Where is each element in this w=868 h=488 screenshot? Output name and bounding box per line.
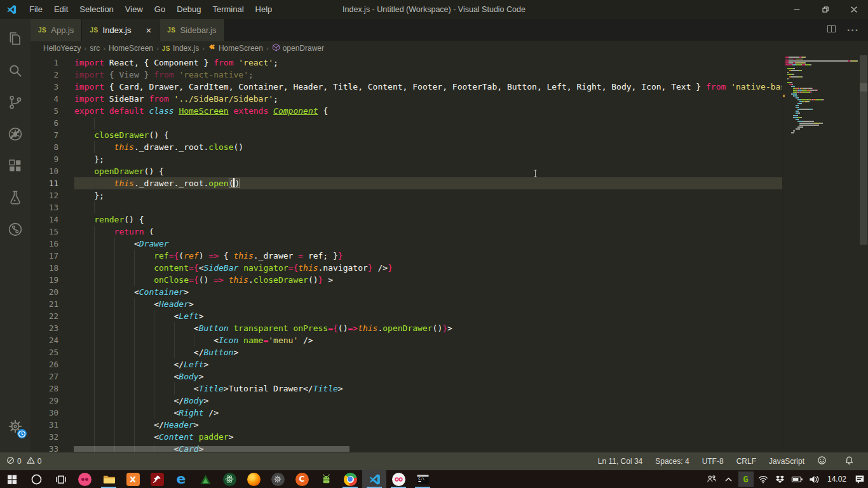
- activity-search-icon[interactable]: [0, 55, 31, 86]
- code-line-content[interactable]: <Title>Tutorial Drawer</Title>: [74, 383, 783, 395]
- code-line-content[interactable]: [74, 201, 783, 214]
- horizontal-scrollbar-thumb[interactable]: [74, 446, 349, 452]
- taskbar-android-icon[interactable]: [314, 470, 338, 488]
- code-line-content[interactable]: <Drawer: [74, 238, 783, 250]
- activity-settings-gear-icon[interactable]: [0, 410, 31, 442]
- taskbar-red-pin-app-icon[interactable]: [145, 470, 169, 488]
- status-error-circle[interactable]: 0: [6, 456, 22, 466]
- tab-sidebar-js[interactable]: JSSidebar.js: [159, 19, 224, 41]
- code-line-content[interactable]: render() {: [74, 214, 783, 226]
- code-line-content[interactable]: <Header>: [74, 298, 783, 310]
- breadcrumb-item-opendrawer[interactable]: openDrawer: [272, 43, 324, 53]
- code-editor[interactable]: 1import React, { Component } from 'react…: [31, 55, 868, 452]
- tab-index-js[interactable]: JSIndex.js×: [82, 19, 159, 41]
- status-language-mode[interactable]: JavaScript: [769, 457, 804, 466]
- activity-extensions-icon[interactable]: [0, 150, 31, 182]
- activity-test-beaker-icon[interactable]: [0, 182, 31, 214]
- breadcrumb-item-homescreen[interactable]: HomeScreen: [109, 44, 153, 53]
- code-line-content[interactable]: [74, 117, 783, 129]
- code-line-content[interactable]: return (: [74, 226, 783, 238]
- taskbar-cortana-icon[interactable]: [24, 470, 48, 488]
- taskbar-white-dots-app-icon[interactable]: [386, 470, 410, 488]
- tray-people-icon[interactable]: [703, 470, 720, 488]
- code-line-content[interactable]: </Button>: [74, 346, 783, 358]
- code-line-content[interactable]: onClose={() => this.closeDrawer()} >: [74, 274, 783, 286]
- menu-selection[interactable]: Selection: [74, 0, 119, 19]
- breadcrumb-item-homescreen[interactable]: HomeScreen: [208, 43, 263, 53]
- status-feedback-smiley[interactable]: [817, 456, 827, 467]
- code-line-content[interactable]: import SideBar from '../SideBar/Sidebar'…: [74, 93, 783, 105]
- minimize-button[interactable]: [782, 0, 811, 19]
- activity-explorer-icon[interactable]: [0, 23, 31, 55]
- status-notifications-bell[interactable]: [844, 456, 854, 467]
- tray-volume-icon[interactable]: [806, 470, 823, 488]
- split-editor-icon[interactable]: [826, 24, 837, 37]
- code-line-content[interactable]: <Content padder>: [74, 431, 783, 443]
- code-line-content[interactable]: <Left>: [74, 310, 783, 322]
- code-line-content[interactable]: import { Card, Drawer, CardItem, Contain…: [74, 81, 783, 93]
- activity-debug-icon[interactable]: [0, 118, 31, 150]
- menu-help[interactable]: Help: [250, 0, 278, 19]
- more-actions-icon[interactable]: ···: [847, 25, 859, 36]
- menu-view[interactable]: View: [119, 0, 149, 19]
- code-line-content[interactable]: this._drawer._root.open(): [74, 177, 783, 189]
- menu-go[interactable]: Go: [149, 0, 171, 19]
- tray-action-center-icon[interactable]: [851, 470, 868, 488]
- code-line-content[interactable]: </Header>: [74, 419, 783, 431]
- taskbar-pink-dots-app-icon[interactable]: [72, 470, 97, 488]
- status-eol-sequence[interactable]: CRLF: [736, 457, 756, 466]
- close-button[interactable]: [839, 0, 868, 19]
- menu-terminal[interactable]: Terminal: [207, 0, 249, 19]
- taskbar-orange-c-app-icon[interactable]: C: [290, 470, 314, 488]
- status-warning-triangle[interactable]: 0: [27, 456, 42, 466]
- status-encoding[interactable]: UTF-8: [702, 457, 724, 466]
- status-indentation[interactable]: Spaces: 4: [655, 457, 689, 466]
- taskbar-clock[interactable]: 14.02: [823, 475, 851, 484]
- taskbar-vscode-icon[interactable]: [362, 470, 386, 488]
- taskbar-file-explorer-icon[interactable]: [97, 470, 121, 488]
- menu-file[interactable]: File: [24, 0, 48, 19]
- taskbar-start-icon[interactable]: [0, 470, 24, 488]
- code-line-content[interactable]: };: [74, 189, 783, 201]
- minimap[interactable]: [782, 55, 859, 452]
- code-line-content[interactable]: export default class HomeScreen extends …: [74, 105, 783, 117]
- close-tab-icon[interactable]: ×: [146, 25, 151, 35]
- taskbar-firefox-icon[interactable]: [241, 470, 266, 488]
- taskbar-green-triangle-app-icon[interactable]: [193, 470, 217, 488]
- taskbar-xampp-icon[interactable]: X: [121, 470, 145, 488]
- restore-button[interactable]: [811, 0, 839, 19]
- code-line-content[interactable]: <Body>: [74, 370, 783, 383]
- menu-debug[interactable]: Debug: [171, 0, 207, 19]
- menu-edit[interactable]: Edit: [48, 0, 74, 19]
- tray-wifi-icon[interactable]: [754, 470, 771, 488]
- code-line-content[interactable]: <Right />: [74, 407, 783, 419]
- code-line-content[interactable]: this._drawer._root.close(): [74, 141, 783, 153]
- tray-green-utility-icon[interactable]: G: [737, 470, 754, 488]
- tray-dropbox-icon[interactable]: [771, 470, 789, 488]
- code-line-content[interactable]: content={<SideBar navigator={this.naviga…: [74, 262, 783, 274]
- taskbar-task-view-icon[interactable]: [48, 470, 72, 488]
- taskbar-edge-icon[interactable]: e: [169, 470, 193, 488]
- code-line-content[interactable]: </Body>: [74, 395, 783, 407]
- code-line-content[interactable]: };: [74, 153, 783, 165]
- code-line-content[interactable]: <Container>: [74, 286, 783, 298]
- code-line-content[interactable]: <Button transparent onPress={()=>this.op…: [74, 322, 783, 334]
- tray-battery-icon[interactable]: [789, 470, 806, 488]
- taskbar-green-atom-app-icon[interactable]: [217, 470, 241, 488]
- activity-git-graph-icon[interactable]: [0, 214, 31, 245]
- vertical-scrollbar[interactable]: [859, 55, 868, 452]
- code-line-content[interactable]: openDrawer() {: [74, 165, 783, 177]
- breadcrumb-item-src[interactable]: src: [90, 44, 100, 53]
- code-line-content[interactable]: closeDrawer() {: [74, 129, 783, 141]
- taskbar-gray-gear-app-icon[interactable]: [266, 470, 290, 488]
- taskbar-chrome-icon[interactable]: [338, 470, 362, 488]
- code-line-content[interactable]: import { View } from 'react-native';: [74, 69, 783, 81]
- breadcrumb-item-index.js[interactable]: JSIndex.js: [162, 44, 200, 53]
- taskbar-cmd-icon[interactable]: C:\: [410, 470, 435, 488]
- code-line-content[interactable]: import React, { Component } from 'react'…: [74, 57, 783, 69]
- code-line-content[interactable]: <Icon name='menu' />: [74, 334, 783, 346]
- breadcrumb-item-helloyeezy[interactable]: HelloYeezy: [43, 44, 81, 53]
- tray-chevron-up-icon[interactable]: [720, 470, 737, 488]
- code-line-content[interactable]: ref={(ref) => { this._drawer = ref; }}: [74, 250, 783, 262]
- tab-app-js[interactable]: JSApp.js: [31, 19, 82, 41]
